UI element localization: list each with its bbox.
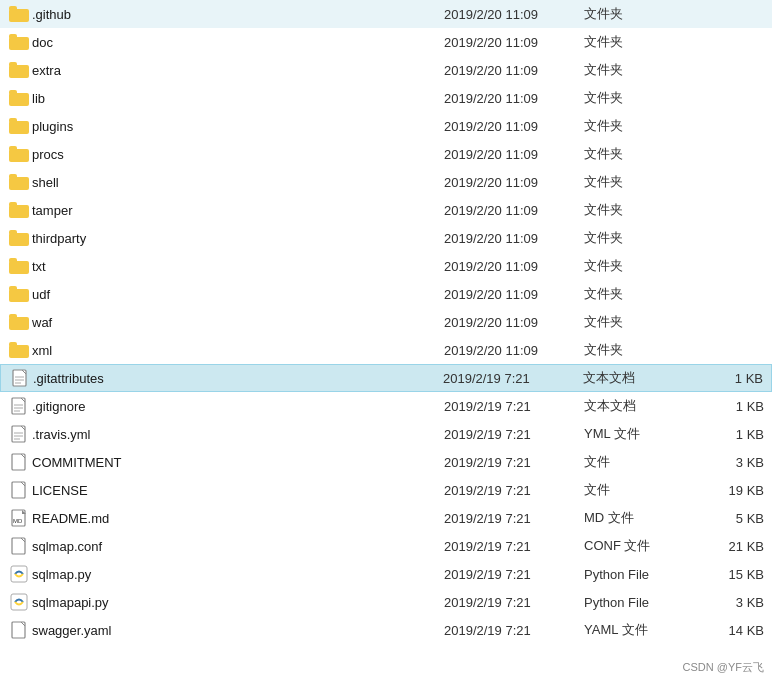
file-name: doc — [30, 35, 444, 50]
file-name: sqlmap.py — [30, 567, 444, 582]
table-row[interactable]: shell2019/2/20 11:09文件夹 — [0, 168, 772, 196]
generic-file-icon — [8, 481, 30, 499]
file-name: README.md — [30, 511, 444, 526]
table-row[interactable]: doc2019/2/20 11:09文件夹 — [0, 28, 772, 56]
file-type: 文件夹 — [584, 229, 704, 247]
table-row[interactable]: .gitignore2019/2/19 7:21文本文档1 KB — [0, 392, 772, 420]
file-name: extra — [30, 63, 444, 78]
table-row[interactable]: COMMITMENT2019/2/19 7:21文件3 KB — [0, 448, 772, 476]
watermark: CSDN @YF云飞 — [683, 660, 764, 675]
folder-icon — [8, 286, 30, 302]
text-file-icon — [8, 425, 30, 443]
folder-icon — [8, 118, 30, 134]
svg-rect-3 — [9, 34, 17, 39]
file-list: .github2019/2/20 11:09文件夹 doc2019/2/20 1… — [0, 0, 772, 644]
table-row[interactable]: tamper2019/2/20 11:09文件夹 — [0, 196, 772, 224]
file-name: procs — [30, 147, 444, 162]
svg-rect-11 — [9, 146, 17, 151]
table-row[interactable]: swagger.yaml2019/2/19 7:21YAML 文件14 KB — [0, 616, 772, 644]
file-size: 14 KB — [704, 623, 764, 638]
file-name: tamper — [30, 203, 444, 218]
svg-rect-44 — [11, 594, 27, 610]
file-name: lib — [30, 91, 444, 106]
file-date: 2019/2/20 11:09 — [444, 231, 584, 246]
table-row[interactable]: waf2019/2/20 11:09文件夹 — [0, 308, 772, 336]
table-row[interactable]: MD README.md2019/2/19 7:21MD 文件5 KB — [0, 504, 772, 532]
file-name: thirdparty — [30, 231, 444, 246]
file-name: txt — [30, 259, 444, 274]
table-row[interactable]: sqlmap.py2019/2/19 7:21Python File15 KB — [0, 560, 772, 588]
table-row[interactable]: sqlmap.conf2019/2/19 7:21CONF 文件21 KB — [0, 532, 772, 560]
table-row[interactable]: xml2019/2/20 11:09文件夹 — [0, 336, 772, 364]
file-type: 文件夹 — [584, 257, 704, 275]
file-type: 文件夹 — [584, 313, 704, 331]
file-name: waf — [30, 315, 444, 330]
folder-icon — [8, 314, 30, 330]
file-name: .travis.yml — [30, 427, 444, 442]
file-name: shell — [30, 175, 444, 190]
file-type: MD 文件 — [584, 509, 704, 527]
file-type: YML 文件 — [584, 425, 704, 443]
table-row[interactable]: .travis.yml2019/2/19 7:21YML 文件1 KB — [0, 420, 772, 448]
file-date: 2019/2/20 11:09 — [444, 7, 584, 22]
table-row[interactable]: thirdparty2019/2/20 11:09文件夹 — [0, 224, 772, 252]
file-date: 2019/2/19 7:21 — [444, 427, 584, 442]
table-row[interactable]: procs2019/2/20 11:09文件夹 — [0, 140, 772, 168]
text-file-icon — [8, 397, 30, 415]
python-icon — [8, 593, 30, 611]
file-name: udf — [30, 287, 444, 302]
file-type: Python File — [584, 595, 704, 610]
table-row[interactable]: plugins2019/2/20 11:09文件夹 — [0, 112, 772, 140]
file-date: 2019/2/19 7:21 — [444, 511, 584, 526]
svg-rect-13 — [9, 174, 17, 179]
file-type: 文件夹 — [584, 89, 704, 107]
table-row[interactable]: sqlmapapi.py2019/2/19 7:21Python File3 K… — [0, 588, 772, 616]
file-size: 3 KB — [704, 455, 764, 470]
file-size: 19 KB — [704, 483, 764, 498]
table-row[interactable]: udf2019/2/20 11:09文件夹 — [0, 280, 772, 308]
table-row[interactable]: .github2019/2/20 11:09文件夹 — [0, 0, 772, 28]
svg-rect-25 — [9, 342, 17, 347]
file-date: 2019/2/20 11:09 — [444, 343, 584, 358]
svg-text:MD: MD — [13, 518, 23, 524]
svg-rect-15 — [9, 202, 17, 207]
folder-icon — [8, 34, 30, 50]
folder-icon — [8, 258, 30, 274]
file-type: 文件 — [584, 481, 704, 499]
svg-rect-19 — [9, 258, 17, 263]
file-date: 2019/2/20 11:09 — [444, 175, 584, 190]
svg-rect-43 — [11, 566, 27, 582]
svg-rect-21 — [9, 286, 17, 291]
table-row[interactable]: lib2019/2/20 11:09文件夹 — [0, 84, 772, 112]
file-date: 2019/2/19 7:21 — [444, 623, 584, 638]
table-row[interactable]: .gitattributes2019/2/19 7:21文本文档1 KB — [0, 364, 772, 392]
svg-rect-7 — [9, 90, 17, 95]
generic-file-icon — [8, 537, 30, 555]
file-size: 15 KB — [704, 567, 764, 582]
file-type: 文件夹 — [584, 341, 704, 359]
table-row[interactable]: txt2019/2/20 11:09文件夹 — [0, 252, 772, 280]
file-date: 2019/2/19 7:21 — [444, 567, 584, 582]
folder-icon — [8, 90, 30, 106]
file-name: .gitattributes — [31, 371, 443, 386]
folder-icon — [8, 174, 30, 190]
file-date: 2019/2/20 11:09 — [444, 35, 584, 50]
folder-icon — [8, 202, 30, 218]
text-file-icon — [9, 369, 31, 387]
file-type: 文本文档 — [584, 397, 704, 415]
file-type: 文件夹 — [584, 285, 704, 303]
file-size: 21 KB — [704, 539, 764, 554]
file-type: 文件夹 — [584, 201, 704, 219]
file-type: 文件 — [584, 453, 704, 471]
file-date: 2019/2/20 11:09 — [444, 147, 584, 162]
file-type: 文件夹 — [584, 5, 704, 23]
file-date: 2019/2/20 11:09 — [444, 119, 584, 134]
file-type: 文本文档 — [583, 369, 703, 387]
table-row[interactable]: LICENSE2019/2/19 7:21文件19 KB — [0, 476, 772, 504]
svg-rect-5 — [9, 62, 17, 67]
table-row[interactable]: extra2019/2/20 11:09文件夹 — [0, 56, 772, 84]
svg-rect-17 — [9, 230, 17, 235]
file-date: 2019/2/20 11:09 — [444, 315, 584, 330]
file-size: 1 KB — [704, 427, 764, 442]
file-type: CONF 文件 — [584, 537, 704, 555]
